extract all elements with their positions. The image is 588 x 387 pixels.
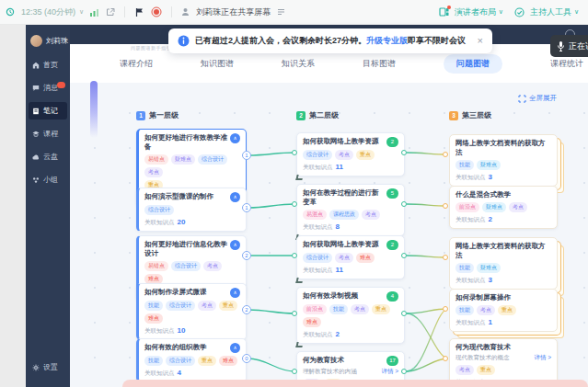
clock-icon: [6, 7, 15, 17]
connector-port[interactable]: 1: [242, 151, 251, 160]
connector-port[interactable]: [292, 253, 297, 258]
tag: 综合设计: [303, 150, 332, 160]
tag: 技能: [455, 160, 474, 170]
meeting-timer[interactable]: 12:35 (40分钟): [21, 6, 75, 18]
scroll-indicator[interactable]: [90, 81, 98, 138]
question-card[interactable]: 网络上教学文档资料的获取方法技能疑难点关联知识点3: [449, 237, 558, 290]
tag: 考点: [335, 150, 353, 160]
question-card[interactable]: 如何演示型微课的制作∧综合设计关联知识点20: [136, 188, 247, 232]
page-note: 问题图谱新手指引: [131, 45, 171, 51]
connector-port[interactable]: [292, 150, 297, 155]
tag: 疑难点: [477, 160, 501, 170]
fullscreen-toggle[interactable]: 全屏展开: [518, 94, 557, 103]
related-kp-label: 关联知识点: [144, 370, 175, 378]
connector-port[interactable]: [443, 306, 448, 312]
sidebar-item-消息[interactable]: 消息: [29, 79, 67, 97]
collapse-button[interactable]: ∧: [230, 192, 240, 202]
related-kp-count: 11: [336, 163, 343, 171]
connector-port[interactable]: [292, 311, 297, 316]
card-title: 如何更好地进行信息化教学设计: [144, 240, 228, 258]
unread-badge: [57, 82, 65, 88]
card-title: 如何更好地进行有效教学准备: [144, 133, 228, 152]
related-kp-label: 关联知识点: [303, 331, 333, 339]
sidebar-item-笔记[interactable]: 笔记: [29, 102, 67, 120]
sidebar-item-云盘[interactable]: 云盘: [29, 148, 67, 165]
question-card[interactable]: 如何获取网络上教学资源2综合设计考点重点关联知识点11: [296, 132, 405, 176]
open-external-icon[interactable]: [106, 7, 115, 17]
tab-知识图谱[interactable]: 知识图谱: [201, 58, 234, 70]
question-card[interactable]: 什么是混合式教学前沿点疑难点考点关联知识点2: [449, 186, 558, 229]
list-icon[interactable]: [277, 8, 285, 16]
course-icon: [32, 131, 40, 138]
connector-port[interactable]: [443, 356, 448, 361]
connector-port[interactable]: [401, 150, 407, 155]
tag: 考点: [477, 305, 495, 315]
connector-port[interactable]: [443, 152, 448, 157]
connector-port[interactable]: [401, 369, 407, 374]
connector-port[interactable]: [292, 201, 297, 207]
card-title: 如何获取网络上教学资源: [303, 137, 385, 146]
detail-link[interactable]: 详情 >: [381, 368, 398, 376]
connector-port[interactable]: [401, 201, 407, 207]
gear-icon: [32, 364, 40, 371]
connector-port[interactable]: 2: [242, 305, 251, 314]
tag: 考点: [455, 365, 474, 375]
collapse-button[interactable]: ∧: [230, 133, 240, 143]
tab-问题图谱[interactable]: 问题图谱: [444, 54, 502, 74]
collapse-button[interactable]: ∧: [230, 240, 240, 250]
sidebar-item-小组[interactable]: 小组: [29, 171, 67, 188]
connector-port[interactable]: [443, 203, 448, 209]
sidebar-item-首页[interactable]: 首页: [29, 56, 67, 74]
question-card[interactable]: 如何获取网络上教学资源2综合设计考点难点关联知识点11: [296, 235, 405, 279]
fullscreen-icon: [518, 95, 526, 103]
question-card[interactable]: 如何有效的组织教学∧技能综合设计重点难点关联知识点4: [136, 338, 247, 382]
question-card[interactable]: 网络上教学文档资料的获取方法技能疑难点关联知识点3: [449, 134, 558, 187]
close-icon[interactable]: ×: [478, 36, 483, 46]
flag-logo-icon[interactable]: [134, 7, 144, 17]
card-title: 如何录制屏幕操作: [455, 293, 551, 302]
collapse-button[interactable]: ∧: [230, 343, 240, 353]
card-title: 如何演示型微课的制作: [144, 192, 228, 201]
collapse-button[interactable]: ∧: [230, 288, 240, 298]
tab-课程统计[interactable]: 课程统计: [550, 58, 583, 70]
sidebar-item-settings[interactable]: 设置: [29, 359, 67, 376]
card-title: 如何在教学过程的进行新变革: [303, 188, 385, 207]
tab-课程介绍[interactable]: 课程介绍: [120, 58, 153, 70]
question-card[interactable]: 如何录制屏幕操作技能考点重点关联知识点1: [449, 289, 558, 332]
detail-link[interactable]: 详情 >: [534, 354, 551, 362]
tab-目标图谱[interactable]: 目标图谱: [363, 58, 396, 70]
connector-port[interactable]: 1: [242, 203, 251, 212]
host-tools-button[interactable]: 主持人工具: [530, 6, 571, 18]
column-1-header: 1 第一层级: [136, 110, 179, 120]
user-profile[interactable]: 刘莉珠: [26, 25, 70, 54]
card-title: 如何有效录制视频: [303, 291, 385, 301]
card-title: 网络上教学文档资料的获取方法: [455, 242, 551, 260]
chevron-down-icon: ∨: [574, 8, 579, 16]
sidebar-item-课程[interactable]: 课程: [29, 125, 67, 142]
connector-port[interactable]: [292, 369, 297, 374]
upgrade-link[interactable]: 升级专业版: [366, 36, 408, 45]
sidebar-menu: 首页消息笔记课程云盘小组: [26, 54, 70, 190]
record-button[interactable]: [151, 6, 162, 17]
related-kp-count: 20: [178, 218, 186, 226]
tag: 重点: [219, 301, 237, 311]
connector-port[interactable]: 2: [242, 251, 251, 260]
tag: 技能: [329, 304, 348, 314]
related-kp-label: 关联知识点: [303, 164, 333, 172]
connector-port[interactable]: [401, 311, 407, 316]
tab-知识关系[interactable]: 知识关系: [282, 58, 315, 70]
card-title: 如何有效的组织教学: [144, 343, 228, 352]
count-badge: 2: [386, 240, 398, 250]
question-card[interactable]: 如何在教学过程的进行新变革5易混点课程思政考点关联知识点8: [296, 184, 405, 236]
connector-port[interactable]: [401, 253, 407, 258]
question-card[interactable]: 如何有效录制视频4前沿点技能考点重点难点关联知识点2: [296, 287, 405, 344]
layout-menu-button[interactable]: 演讲者布局: [455, 6, 496, 18]
question-card[interactable]: 如何制作录屏式微课∧技能综合设计考点重点难点关联知识点10: [136, 283, 247, 340]
connector-port[interactable]: [443, 255, 448, 260]
connector-port[interactable]: 0: [242, 354, 251, 363]
speaking-indicator: 正在讲话: [550, 35, 588, 57]
tag: 重点: [498, 305, 516, 315]
card-title: 何为现代教育技术: [455, 343, 551, 352]
tag: 考点: [509, 202, 527, 212]
group-icon: [32, 176, 40, 184]
